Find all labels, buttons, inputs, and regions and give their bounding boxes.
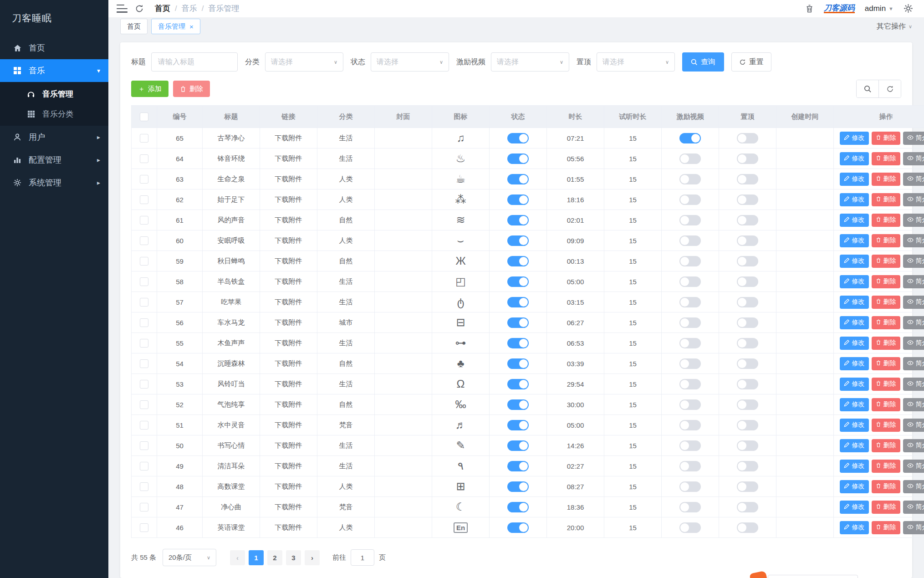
delete-button[interactable]: 删除 [872, 378, 900, 391]
download-attachment-link[interactable]: 下载附件 [275, 134, 302, 142]
status-toggle[interactable] [507, 358, 529, 369]
title-search-input[interactable] [151, 52, 238, 72]
edit-button[interactable]: 修改 [840, 214, 869, 227]
bulk-delete-button[interactable]: 删除 [173, 81, 210, 97]
row-checkbox[interactable] [140, 175, 148, 184]
delete-button[interactable]: 删除 [872, 439, 900, 452]
row-checkbox[interactable] [140, 154, 148, 163]
reward-video-toggle[interactable] [679, 317, 701, 328]
edit-button[interactable]: 修改 [840, 255, 869, 268]
page-button-1[interactable]: 1 [249, 550, 264, 565]
page-button-3[interactable]: 3 [286, 550, 301, 565]
sidebar-item-home[interactable]: 首页 [0, 36, 108, 59]
next-page-button[interactable]: › [305, 550, 320, 565]
sidebar-item-music-manage[interactable]: 音乐管理 [0, 84, 108, 104]
select-all-checkbox[interactable] [140, 113, 148, 121]
edit-button[interactable]: 修改 [840, 275, 869, 288]
top-toggle[interactable] [737, 358, 758, 369]
reward-video-toggle[interactable] [679, 461, 701, 471]
top-toggle[interactable] [737, 440, 758, 451]
top-toggle[interactable] [737, 461, 758, 471]
top-toggle[interactable] [737, 297, 758, 307]
edit-button[interactable]: 修改 [840, 378, 869, 391]
delete-button[interactable]: 删除 [872, 275, 900, 288]
view-button[interactable]: 简介 [903, 357, 924, 370]
status-toggle[interactable] [507, 133, 529, 143]
reward-video-toggle[interactable] [679, 276, 701, 287]
status-toggle[interactable] [507, 317, 529, 328]
search-icon[interactable] [857, 80, 878, 97]
sidebar-item-system[interactable]: 系统管理▸ [0, 171, 108, 194]
filter-select-2[interactable]: 请选择∨ [491, 52, 569, 72]
edit-button[interactable]: 修改 [840, 173, 869, 186]
row-checkbox[interactable] [140, 441, 148, 450]
top-toggle[interactable] [737, 420, 758, 430]
view-button[interactable]: 简介 [903, 296, 924, 309]
delete-button[interactable]: 删除 [872, 337, 900, 350]
delete-button[interactable]: 删除 [872, 521, 900, 534]
top-toggle[interactable] [737, 153, 758, 164]
status-toggle[interactable] [507, 256, 529, 266]
reward-video-toggle[interactable] [679, 502, 701, 512]
row-checkbox[interactable] [140, 257, 148, 266]
row-checkbox[interactable] [140, 421, 148, 430]
top-toggle[interactable] [737, 522, 758, 533]
edit-button[interactable]: 修改 [840, 234, 869, 247]
edit-button[interactable]: 修改 [840, 152, 869, 165]
view-button[interactable]: 简介 [903, 521, 924, 534]
download-attachment-link[interactable]: 下载附件 [275, 195, 302, 203]
reward-video-toggle[interactable] [679, 133, 701, 143]
delete-button[interactable]: 删除 [872, 460, 900, 473]
more-actions-dropdown[interactable]: 其它操作 ∨ [877, 22, 912, 31]
breadcrumb-music[interactable]: 音乐 [182, 3, 197, 14]
download-attachment-link[interactable]: 下载附件 [275, 298, 302, 306]
filter-select-3[interactable]: 请选择∨ [597, 52, 675, 72]
reward-video-toggle[interactable] [679, 481, 701, 492]
reward-video-toggle[interactable] [679, 379, 701, 389]
top-toggle[interactable] [737, 502, 758, 512]
top-toggle[interactable] [737, 481, 758, 492]
download-attachment-link[interactable]: 下载附件 [275, 482, 302, 490]
row-checkbox[interactable] [140, 216, 148, 225]
reward-video-toggle[interactable] [679, 215, 701, 225]
prev-page-button[interactable]: ‹ [230, 550, 245, 565]
view-button[interactable]: 简介 [903, 439, 924, 452]
view-button[interactable]: 简介 [903, 419, 924, 432]
reward-video-toggle[interactable] [679, 338, 701, 348]
view-button[interactable]: 简介 [903, 214, 924, 227]
edit-button[interactable]: 修改 [840, 460, 869, 473]
top-toggle[interactable] [737, 379, 758, 389]
edit-button[interactable]: 修改 [840, 337, 869, 350]
download-attachment-link[interactable]: 下载附件 [275, 523, 302, 531]
status-toggle[interactable] [507, 420, 529, 430]
row-checkbox[interactable] [140, 380, 148, 389]
row-checkbox[interactable] [140, 298, 148, 307]
delete-button[interactable]: 删除 [872, 296, 900, 309]
view-button[interactable]: 简介 [903, 378, 924, 391]
sidebar-item-music-category[interactable]: 音乐分类 [0, 104, 108, 124]
status-toggle[interactable] [507, 461, 529, 471]
delete-button[interactable]: 删除 [872, 214, 900, 227]
view-button[interactable]: 简介 [903, 460, 924, 473]
download-attachment-link[interactable]: 下载附件 [275, 462, 302, 470]
edit-button[interactable]: 修改 [840, 132, 869, 145]
row-checkbox[interactable] [140, 462, 148, 471]
edit-button[interactable]: 修改 [840, 316, 869, 329]
tab-首页[interactable]: 首页 [120, 19, 148, 34]
trash-icon[interactable] [805, 4, 814, 13]
edit-button[interactable]: 修改 [840, 357, 869, 370]
view-button[interactable]: 简介 [903, 480, 924, 493]
download-attachment-link[interactable]: 下载附件 [275, 277, 302, 285]
delete-button[interactable]: 删除 [872, 132, 900, 145]
status-toggle[interactable] [507, 153, 529, 164]
download-attachment-link[interactable]: 下载附件 [275, 216, 302, 224]
download-attachment-link[interactable]: 下载附件 [275, 441, 302, 449]
reward-video-toggle[interactable] [679, 358, 701, 369]
delete-button[interactable]: 删除 [872, 419, 900, 432]
row-checkbox[interactable] [140, 503, 148, 512]
page-size-select[interactable]: 20条/页 ∨ [163, 549, 216, 566]
edit-button[interactable]: 修改 [840, 398, 869, 411]
status-toggle[interactable] [507, 399, 529, 410]
reward-video-toggle[interactable] [679, 399, 701, 410]
refresh-table-icon[interactable] [878, 80, 901, 97]
